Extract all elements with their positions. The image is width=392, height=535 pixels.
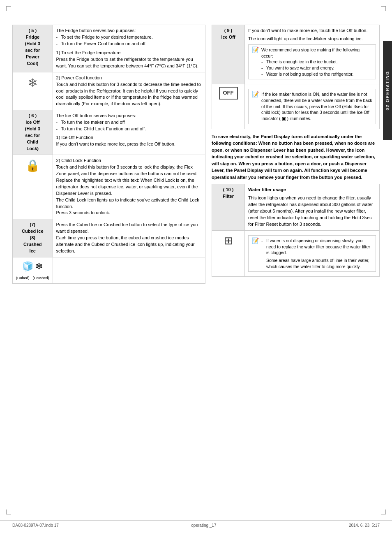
section-5-list: To set the Fridge to your desired temper… — [56, 34, 202, 47]
footer: DA68-02897A-07.indb 17 operating _17 201… — [0, 520, 392, 528]
section-5-content: The Fridge button serves two purposes: T… — [53, 25, 205, 72]
cubed-label: (Cubed) — [16, 276, 30, 281]
section-10-note-item1: If water is not dispensing or dispensing… — [261, 238, 372, 256]
section-5-row: ( 5 )Fridge(Hold 3sec forPowerCool) The … — [13, 25, 205, 72]
section-10-note-item2: Some areas have large amounts of lime in… — [261, 257, 372, 269]
footer-center: operating _17 — [191, 523, 216, 528]
section-5-sub2: 2) Power Cool function — [56, 75, 202, 81]
section-5-item-2: To turn the Power Cool function on and o… — [56, 41, 202, 47]
note-icon-3: 📝 — [252, 238, 259, 243]
section-9-header-row: ( 9 )Ice Off If you don't want to make m… — [212, 25, 380, 84]
note-icon-1: 📝 — [252, 47, 259, 53]
electricity-notice: To save electricity, the Panel Display t… — [212, 129, 380, 184]
right-table-9: ( 9 )Ice Off If you don't want to make m… — [212, 25, 380, 129]
ice-labels: (Cubed) (Crushed) — [16, 276, 49, 281]
section-9-note1-list: There is enough ice in the ice bucket. Y… — [261, 59, 372, 77]
operating-text: 02 OPERATING — [385, 71, 390, 111]
footer-left: DA68-02897A-07.indb 17 — [12, 523, 59, 528]
section-10-header-row: ( 10 )Filter Water filter usage This ico… — [212, 184, 380, 231]
footer-right: 2014. 6. 23. 5:17 — [349, 523, 380, 528]
section-78-content: Press the Cubed Ice or Crushed Ice butto… — [53, 219, 205, 257]
ice-icon-pair: 🧊 ❄ — [22, 260, 43, 273]
section-5-label: ( 5 )Fridge(Hold 3sec forPowerCool) — [13, 25, 53, 72]
section-10-note: 📝 If water is not dispensing or dispensi… — [248, 235, 376, 272]
section-6-sub1: 1) Ice Off Function — [56, 134, 202, 141]
section-6-row: ( 6 )Ice Off(Hold 3sec forChildLock) The… — [13, 110, 205, 155]
section-9-text2: The icon will light up and the Ice-Maker… — [248, 36, 376, 42]
section-78-text: Press the Cubed Ice or Crushed Ice butto… — [56, 222, 202, 255]
section-5-header: The Fridge button serves two purposes: — [56, 28, 202, 34]
page-container: 02 OPERATING ( 5 )Fridge(Hold 3sec forPo… — [0, 0, 392, 535]
main-content: ( 5 )Fridge(Hold 3sec forPowerCool) The … — [0, 12, 392, 288]
section-9-note1-item2: You want to save water and energy. — [261, 65, 372, 71]
section-6-label: ( 6 )Ice Off(Hold 3sec forChildLock) — [13, 110, 53, 155]
section-9-note1-content: We recommend you stop ice making if the … — [261, 47, 372, 77]
section-9-text1: If you don't want to make more ice, touc… — [248, 28, 376, 34]
corner-br — [381, 510, 386, 514]
left-table: ( 5 )Fridge(Hold 3sec forPowerCool) The … — [12, 25, 205, 284]
section-10-text: This icon lights up when you need to cha… — [248, 195, 376, 228]
section-10-note-list: If water is not dispensing or dispensing… — [261, 238, 372, 269]
off-display-icon: OFF — [219, 87, 238, 100]
section-5-icon-cell: ❄ — [13, 72, 53, 110]
section-78-icon-cell: 🧊 ❄ (Cubed) (Crushed) — [13, 257, 53, 284]
section-9-note2-content: If the ice maker function is ON, and the… — [261, 91, 372, 121]
section-10-label: ( 10 )Filter — [212, 184, 245, 231]
left-column: ( 5 )Fridge(Hold 3sec forPowerCool) The … — [12, 25, 205, 284]
section-9-note2-text: If the ice maker function is ON, and the… — [261, 92, 372, 121]
section-6-sub1-text: If you don't want to make more ice, pres… — [56, 141, 202, 148]
section-9-icon-row: OFF 📝 If the ice maker function is ON, a… — [212, 84, 380, 129]
cubed-ice-icon: 🧊 — [22, 260, 33, 273]
section-78-icon-row: 🧊 ❄ (Cubed) (Crushed) — [13, 257, 205, 284]
section-6-sub2: 2) Child Lock Function — [56, 157, 202, 164]
section-6-icon-row: 🔒 2) Child Lock Function Touch and hold … — [13, 155, 205, 219]
section-5-sub1: 1) To set the Fridge temperature — [56, 50, 202, 56]
section-6-sub2-text: Touch and hold this button for 3 seconds… — [56, 164, 202, 217]
section-9-note2: 📝 If the ice maker function is ON, and t… — [248, 89, 376, 124]
section-9-note1-item1: There is enough ice in the ice bucket. — [261, 59, 372, 65]
electricity-text: To save electricity, the Panel Display t… — [212, 134, 375, 180]
corner-tr — [381, 6, 386, 11]
corner-bl — [6, 510, 11, 514]
lock-icon: 🔒 — [16, 157, 49, 174]
section-78-label: (7)Cubed Ice(8)CrushedIce — [13, 219, 53, 257]
section-9-note1-text: We recommend you stop ice making if the … — [261, 47, 360, 58]
section-10-note-cell: 📝 If water is not dispensing or dispensi… — [245, 230, 380, 276]
filter-icon: ⊞ — [215, 233, 241, 249]
section-5-powercool: 2) Power Cool function Touch and hold th… — [53, 72, 205, 110]
section-10-note-content: If water is not dispensing or dispensing… — [261, 238, 372, 269]
section-9-note1-item3: Water is not being supplied to the refri… — [261, 71, 372, 77]
section-6-item-2: To turn the Child Lock Function on and o… — [56, 126, 202, 132]
section-5-sub1-text: Press the Fridge button to set the refri… — [56, 56, 202, 69]
snowflake-icon: ❄ — [16, 75, 49, 92]
crushed-label: (Crushed) — [33, 276, 49, 281]
section-10-content: Water filter usage This icon lights up w… — [245, 184, 380, 231]
section-5-sub2-text: Touch and hold this button for 3 seconds… — [56, 81, 202, 108]
section-5-icon-row: ❄ 2) Power Cool function Touch and hold … — [13, 72, 205, 110]
section-6-icon-cell: 🔒 — [13, 155, 53, 219]
crushed-ice-icon: ❄ — [35, 260, 43, 273]
section-10-icon-cell: ⊞ — [212, 230, 245, 276]
right-column: ( 9 )Ice Off If you don't want to make m… — [205, 25, 380, 284]
section-9-note1: 📝 We recommend you stop ice making if th… — [248, 44, 376, 79]
section-9-icon-cell: OFF — [212, 84, 245, 129]
section-78-empty — [53, 257, 205, 284]
section-6-list: To turn the Ice maker on and off To turn… — [56, 119, 202, 132]
section-5-item-1: To set the Fridge to your desired temper… — [56, 34, 202, 41]
section-10-header: Water filter usage — [248, 187, 376, 193]
section-9-label: ( 9 )Ice Off — [212, 25, 245, 84]
section-9-content: If you don't want to make more ice, touc… — [245, 25, 380, 84]
section-6-item-1: To turn the Ice maker on and off — [56, 119, 202, 126]
section-6-header: The Ice Off button serves two purposes: — [56, 113, 202, 119]
section-9-note2-cell: 📝 If the ice maker function is ON, and t… — [245, 84, 380, 129]
section-10-icon-row: ⊞ 📝 If water is not dispensing or dispen… — [212, 230, 380, 276]
note-icon-2: 📝 — [252, 91, 259, 97]
operating-sidebar: 02 OPERATING — [383, 41, 392, 140]
corner-tl — [6, 6, 11, 11]
right-table-10: ( 10 )Filter Water filter usage This ico… — [212, 184, 380, 277]
section-6-content: The Ice Off button serves two purposes: … — [53, 110, 205, 155]
section-78-row: (7)Cubed Ice(8)CrushedIce Press the Cube… — [13, 219, 205, 257]
ice-icons: 🧊 ❄ (Cubed) (Crushed) — [16, 260, 49, 281]
section-6-childlock: 2) Child Lock Function Touch and hold th… — [53, 155, 205, 219]
